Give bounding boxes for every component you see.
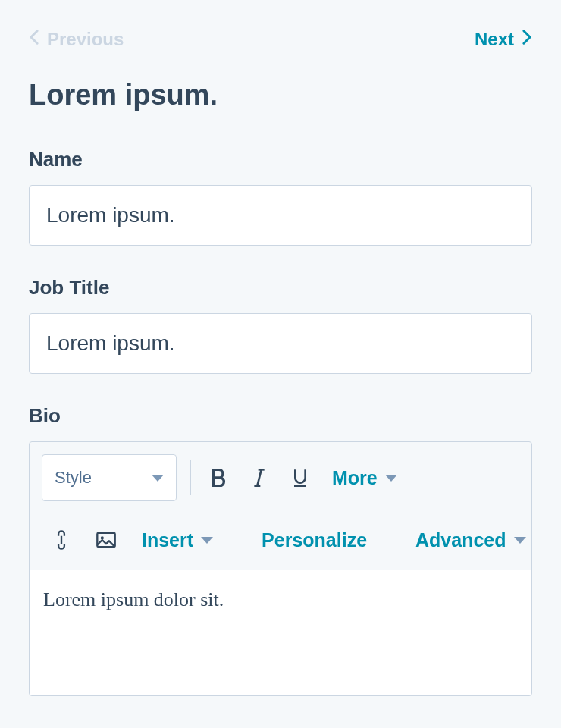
advanced-label: Advanced	[415, 529, 506, 551]
chevron-down-icon	[514, 537, 526, 544]
name-label: Name	[29, 148, 532, 171]
next-label: Next	[475, 29, 514, 50]
chevron-down-icon	[201, 537, 213, 544]
name-field-group: Name	[29, 148, 532, 246]
italic-icon	[252, 469, 266, 487]
job-title-field-group: Job Title	[29, 276, 532, 374]
previous-button[interactable]: Previous	[29, 29, 124, 50]
bio-textarea[interactable]	[43, 588, 518, 672]
page-nav: Previous Next	[29, 29, 532, 50]
personalize-button[interactable]: Personalize	[257, 529, 371, 551]
more-dropdown[interactable]: More	[328, 467, 402, 489]
svg-line-2	[257, 469, 261, 485]
link-button[interactable]	[48, 525, 75, 555]
image-button[interactable]	[92, 525, 121, 555]
bio-content-area	[30, 570, 531, 695]
link-icon	[53, 530, 70, 550]
advanced-dropdown[interactable]: Advanced	[411, 529, 530, 551]
chevron-left-icon	[29, 29, 39, 50]
underline-button[interactable]	[287, 463, 314, 493]
bio-editor: Style	[29, 441, 532, 696]
next-button[interactable]: Next	[475, 29, 532, 50]
style-select[interactable]: Style	[42, 454, 177, 501]
more-label: More	[332, 467, 378, 489]
chevron-down-icon	[152, 475, 164, 482]
insert-label: Insert	[142, 529, 193, 551]
bio-field-group: Bio Style	[29, 404, 532, 696]
toolbar-row-1: Style	[42, 454, 519, 501]
italic-button[interactable]	[246, 463, 273, 493]
name-input[interactable]	[29, 185, 532, 246]
bold-button[interactable]	[205, 463, 232, 493]
personalize-label: Personalize	[262, 529, 367, 551]
toolbar-row-2: Insert Personalize Advanced	[42, 522, 519, 557]
previous-label: Previous	[47, 29, 124, 50]
job-title-input[interactable]	[29, 313, 532, 374]
bio-label: Bio	[29, 404, 532, 428]
bold-icon	[211, 469, 226, 487]
divider	[190, 460, 191, 495]
underline-icon	[293, 469, 308, 487]
editor-toolbar: Style	[30, 442, 531, 570]
page-title: Lorem ipsum.	[29, 79, 532, 111]
chevron-right-icon	[522, 29, 532, 50]
image-icon	[96, 532, 116, 548]
chevron-down-icon	[385, 475, 397, 482]
job-title-label: Job Title	[29, 276, 532, 300]
insert-dropdown[interactable]: Insert	[137, 529, 218, 551]
style-select-label: Style	[55, 468, 92, 488]
